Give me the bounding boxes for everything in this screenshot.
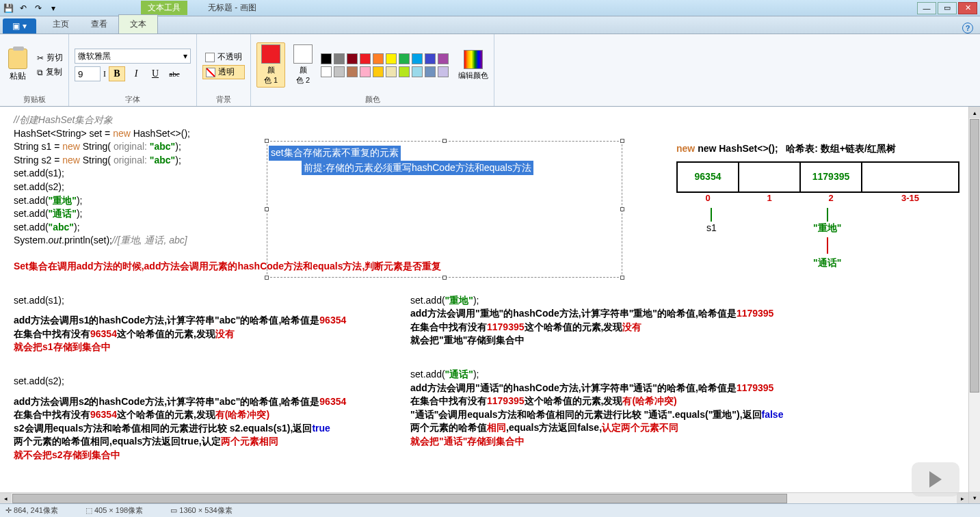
redo-icon[interactable]: ↷ (33, 3, 44, 14)
scroll-left-button[interactable]: ◂ (0, 493, 12, 504)
ribbon-group-font: 微软雅黑▾ I B I U abc 字体 (69, 34, 197, 106)
resize-handle[interactable] (442, 276, 447, 280)
opaque-button[interactable]: 不透明 (202, 51, 245, 64)
color1-label: 颜 色 1 (264, 65, 278, 85)
video-play-button[interactable] (912, 462, 959, 496)
file-menu-button[interactable]: ▣▾ (3, 18, 36, 34)
scroll-down-button[interactable]: ▾ (969, 492, 980, 503)
color2-label: 颜 色 2 (296, 65, 310, 85)
font-family-select[interactable]: 微软雅黑▾ (75, 49, 191, 64)
save-icon[interactable]: 💾 (3, 3, 14, 14)
color-swatch[interactable] (334, 66, 345, 77)
resize-handle[interactable] (620, 207, 624, 211)
edit-colors-label: 编辑颜色 (458, 70, 488, 81)
minimize-button[interactable]: — (917, 2, 936, 14)
bg-group-label: 背景 (202, 93, 245, 105)
paste-label: 粘贴 (10, 70, 26, 82)
italic-button[interactable]: I (128, 66, 144, 81)
color-swatch[interactable] (386, 53, 397, 64)
color-swatch[interactable] (438, 66, 449, 77)
edit-colors-button[interactable]: 编辑颜色 (458, 50, 488, 81)
color-palette (321, 53, 449, 77)
code-line: HashSet<String> set = (14, 128, 113, 139)
color-swatch[interactable] (412, 66, 423, 77)
highlighted-text: 前提:存储的元素必须重写hashCode方法和equals方法 (302, 161, 533, 176)
color-swatch[interactable] (399, 66, 410, 77)
color-swatch[interactable] (373, 53, 384, 64)
resize-handle[interactable] (265, 139, 269, 143)
window-controls: — ▭ ✕ (917, 2, 977, 14)
code-line: set.add(s2); (14, 375, 383, 388)
hash-index: 2 (828, 192, 833, 204)
resize-handle[interactable] (442, 139, 447, 143)
scroll-right-button[interactable]: ▸ (957, 493, 968, 504)
vertical-scrollbar[interactable]: ▴ ▾ (968, 107, 980, 503)
resize-handle[interactable] (620, 276, 624, 280)
color-swatch[interactable] (321, 66, 332, 77)
right-column: set.add("重地"); add方法会调用"重地"的hashCode方法,计… (410, 294, 966, 462)
color-swatch[interactable] (412, 53, 423, 64)
tab-view[interactable]: 查看 (80, 15, 118, 34)
hash-link (711, 208, 712, 222)
hash-node: "重地" (813, 222, 841, 235)
font-size-input[interactable] (75, 66, 101, 81)
ribbon-group-colors: 颜 色 1 颜 色 2 编辑颜色 颜色 (251, 34, 494, 106)
color-swatch[interactable] (347, 66, 358, 77)
text-selection-box[interactable]: set集合存储元素不重复的元素 前提:存储的元素必须重写hashCode方法和e… (267, 141, 622, 278)
paste-button[interactable]: 粘贴 (5, 47, 30, 83)
highlighted-text: set集合存储元素不重复的元素 (269, 146, 401, 161)
ribbon: 粘贴 ✂剪切 ⧉复制 剪贴板 微软雅黑▾ I B I U abc (0, 34, 980, 107)
code-line: //创建HashSet集合对象 (14, 114, 113, 125)
quick-access-toolbar: 💾 ↶ ↷ ▾ (3, 3, 59, 14)
qat-dropdown-icon[interactable]: ▾ (48, 3, 59, 14)
strikethrough-button[interactable]: abc (166, 66, 183, 81)
color1-button[interactable]: 颜 色 1 (256, 42, 285, 88)
resize-handle[interactable] (265, 207, 269, 211)
color-swatch[interactable] (386, 66, 397, 77)
hash-table-diagram: new new HashSet<>(); 哈希表: 数组+链表/红黑树 9635… (676, 142, 959, 290)
hash-array: 963540 1 11793952 3-15 (676, 161, 959, 193)
scroll-thumb[interactable] (12, 494, 787, 503)
undo-icon[interactable]: ↶ (18, 3, 29, 14)
contextual-tab-label: 文本工具 (141, 1, 187, 15)
chevron-down-icon: ▾ (23, 21, 27, 31)
cut-button[interactable]: ✂剪切 (37, 52, 63, 64)
tab-text[interactable]: 文本 (118, 14, 158, 34)
cut-label: 剪切 (47, 52, 63, 64)
horizontal-scrollbar[interactable]: ◂ ▸ (0, 492, 968, 504)
color-swatch[interactable] (347, 53, 358, 64)
hash-new: new HashSet<>(); (698, 143, 778, 154)
color-swatch[interactable] (334, 53, 345, 64)
color-swatch[interactable] (360, 66, 371, 77)
copy-button[interactable]: ⧉复制 (37, 66, 63, 78)
scroll-up-button[interactable]: ▴ (969, 107, 980, 118)
scroll-thumb[interactable] (970, 119, 979, 393)
hash-node: s1 (706, 222, 717, 235)
color-swatch[interactable] (425, 53, 436, 64)
underline-button[interactable]: U (147, 66, 163, 81)
close-button[interactable]: ✕ (958, 2, 977, 14)
color-swatch[interactable] (399, 53, 410, 64)
color2-button[interactable]: 颜 色 2 (289, 43, 317, 87)
scissors-icon: ✂ (37, 53, 44, 63)
tab-home[interactable]: 主页 (42, 15, 80, 34)
color-swatch[interactable] (373, 66, 384, 77)
font-family-value: 微软雅黑 (78, 51, 111, 62)
note-line: 就会把s1存储到集合中 (14, 341, 383, 354)
left-column: set.add(s1); add方法会调用s1的hashCode方法,计算字符串… (14, 294, 383, 462)
transparent-label: 透明 (218, 66, 235, 78)
bold-button[interactable]: B (109, 66, 125, 81)
canvas-area[interactable]: //创建HashSet集合对象 HashSet<String> set = ne… (0, 107, 980, 504)
color-swatch[interactable] (360, 53, 371, 64)
color-swatch[interactable] (425, 66, 436, 77)
transparent-button[interactable]: 透明 (202, 65, 245, 79)
resize-handle[interactable] (620, 139, 624, 143)
help-icon[interactable]: ? (962, 23, 973, 34)
color-swatch[interactable] (321, 53, 332, 64)
hash-value: 1179395 (812, 170, 850, 184)
resize-handle[interactable] (265, 276, 269, 280)
edit-colors-icon (464, 50, 483, 69)
color-swatch[interactable] (438, 53, 449, 64)
ribbon-group-clipboard: 粘贴 ✂剪切 ⧉复制 剪贴板 (0, 34, 69, 106)
maximize-button[interactable]: ▭ (938, 2, 957, 14)
